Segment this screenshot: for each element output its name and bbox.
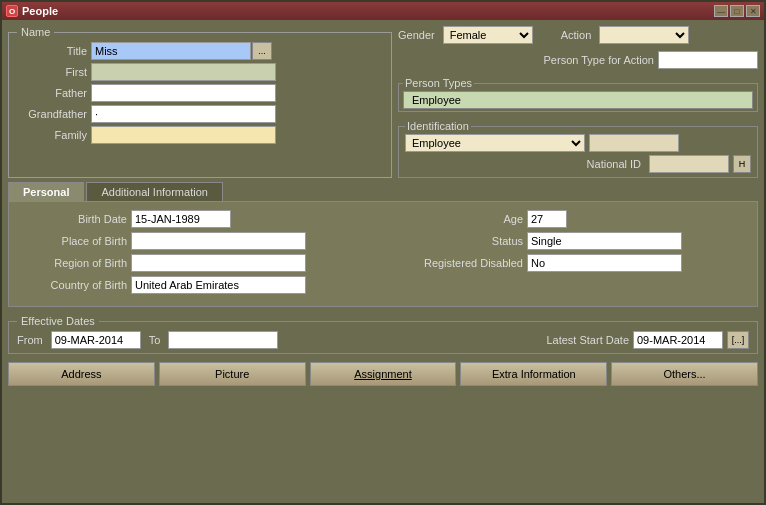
effective-dates-legend: Effective Dates: [17, 315, 99, 327]
national-id-row: National ID H: [405, 155, 751, 173]
gender-label: Gender: [398, 29, 435, 41]
grandfather-label: Grandfather: [17, 108, 87, 120]
national-id-input[interactable]: [649, 155, 729, 173]
title-controls: — □ ✕: [714, 5, 760, 17]
birth-date-input[interactable]: [131, 210, 231, 228]
right-col: Age Status Registered Disabled: [393, 210, 749, 298]
bottom-buttons: Address Picture Assignment Extra Informa…: [8, 362, 758, 386]
status-label: Status: [393, 235, 523, 247]
person-types-fieldset: Person Types Employee: [398, 77, 758, 112]
window-body: Name Title ... First Father: [2, 20, 764, 503]
place-of-birth-label: Place of Birth: [17, 235, 127, 247]
effective-row: From To Latest Start Date [...]: [17, 331, 749, 349]
others-button[interactable]: Others...: [611, 362, 758, 386]
identification-fieldset: Identification Employee National ID H: [398, 120, 758, 178]
father-label: Father: [17, 87, 87, 99]
personal-grid: Birth Date Place of Birth Region of Birt…: [17, 210, 749, 298]
identification-legend: Identification: [405, 120, 471, 132]
people-window: O People — □ ✕ Name Title ...: [0, 0, 766, 505]
action-label: Action: [561, 29, 592, 41]
window-title: People: [22, 5, 58, 17]
title-dots-button[interactable]: ...: [252, 42, 272, 60]
title-input-group: ...: [91, 42, 272, 60]
to-input[interactable]: [168, 331, 278, 349]
place-of-birth-row: Place of Birth: [17, 232, 373, 250]
age-row: Age: [393, 210, 749, 228]
status-row: Status: [393, 232, 749, 250]
right-section: Gender Female Male Action Person Type fo…: [398, 26, 758, 178]
gender-action-row: Gender Female Male Action: [398, 26, 758, 44]
effective-dates-fieldset: Effective Dates From To Latest Start Dat…: [8, 315, 758, 354]
action-select[interactable]: [599, 26, 689, 44]
latest-start-button[interactable]: [...]: [727, 331, 749, 349]
top-section: Name Title ... First Father: [8, 26, 758, 178]
latest-start-input[interactable]: [633, 331, 723, 349]
from-label: From: [17, 334, 43, 346]
family-row: Family: [17, 126, 383, 144]
birth-date-row: Birth Date: [17, 210, 373, 228]
national-id-label: National ID: [587, 158, 641, 170]
place-of-birth-input[interactable]: [131, 232, 306, 250]
identification-select[interactable]: Employee: [405, 134, 585, 152]
title-label: Title: [17, 45, 87, 57]
grandfather-input[interactable]: [91, 105, 276, 123]
person-type-action-label: Person Type for Action: [544, 54, 654, 66]
minimize-button[interactable]: —: [714, 5, 728, 17]
to-label: To: [149, 334, 161, 346]
tabs-container: Personal Additional Information Birth Da…: [8, 182, 758, 307]
maximize-button[interactable]: □: [730, 5, 744, 17]
tab-personal[interactable]: Personal: [8, 182, 84, 201]
father-row: Father: [17, 84, 383, 102]
from-input[interactable]: [51, 331, 141, 349]
father-input[interactable]: [91, 84, 276, 102]
latest-date-section: Latest Start Date [...]: [546, 331, 749, 349]
country-of-birth-label: Country of Birth: [17, 279, 127, 291]
person-type-action-input[interactable]: [658, 51, 758, 69]
country-of-birth-row: Country of Birth: [17, 276, 373, 294]
first-row: First: [17, 63, 383, 81]
registered-disabled-label: Registered Disabled: [393, 257, 523, 269]
title-row: Title ...: [17, 42, 383, 60]
extra-information-button[interactable]: Extra Information: [460, 362, 607, 386]
title-bar-left: O People: [6, 5, 58, 17]
latest-start-label: Latest Start Date: [546, 334, 629, 346]
birth-date-label: Birth Date: [17, 213, 127, 225]
grandfather-row: Grandfather: [17, 105, 383, 123]
country-of-birth-input[interactable]: [131, 276, 306, 294]
region-of-birth-label: Region of Birth: [17, 257, 127, 269]
family-input[interactable]: [91, 126, 276, 144]
tab-additional[interactable]: Additional Information: [86, 182, 222, 201]
title-input[interactable]: [91, 42, 251, 60]
first-label: First: [17, 66, 87, 78]
window-icon: O: [6, 5, 18, 17]
registered-disabled-input[interactable]: [527, 254, 682, 272]
status-input[interactable]: [527, 232, 682, 250]
close-button[interactable]: ✕: [746, 5, 760, 17]
age-label: Age: [393, 213, 523, 225]
picture-button[interactable]: Picture: [159, 362, 306, 386]
assignment-button[interactable]: Assignment: [310, 362, 457, 386]
person-type-action-row: Person Type for Action: [398, 51, 758, 69]
tabs-bar: Personal Additional Information: [8, 182, 758, 201]
registered-disabled-row: Registered Disabled: [393, 254, 749, 272]
person-types-legend: Person Types: [403, 77, 474, 89]
first-input[interactable]: [91, 63, 276, 81]
age-input[interactable]: [527, 210, 567, 228]
name-legend: Name: [17, 26, 54, 38]
region-of-birth-row: Region of Birth: [17, 254, 373, 272]
title-bar: O People — □ ✕: [2, 2, 764, 20]
person-types-value: Employee: [403, 91, 753, 109]
national-id-button[interactable]: H: [733, 155, 751, 173]
region-of-birth-input[interactable]: [131, 254, 306, 272]
gender-select[interactable]: Female Male: [443, 26, 533, 44]
identification-row: Employee: [405, 134, 751, 152]
tab-content-personal: Birth Date Place of Birth Region of Birt…: [8, 201, 758, 307]
left-col: Birth Date Place of Birth Region of Birt…: [17, 210, 373, 298]
name-fieldset: Name Title ... First Father: [8, 26, 392, 178]
address-button[interactable]: Address: [8, 362, 155, 386]
identification-input[interactable]: [589, 134, 679, 152]
family-label: Family: [17, 129, 87, 141]
